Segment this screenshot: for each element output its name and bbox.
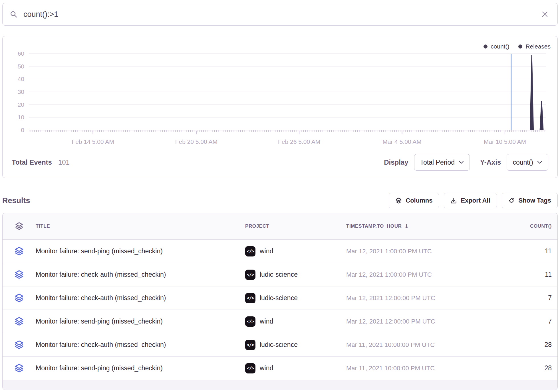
row-title-link[interactable]: Monitor failure: send-ping (missed_check… <box>36 364 245 372</box>
row-project-cell[interactable]: </>ludic-science <box>245 293 346 303</box>
row-timestamp: Mar 12, 2021 1:00:00 PM UTC <box>346 248 472 255</box>
column-header-timestamp[interactable]: TIMESTAMP.TO_HOUR↓ <box>346 223 472 230</box>
row-project-cell[interactable]: </>ludic-science <box>245 340 346 350</box>
row-title-link[interactable]: Monitor failure: check-auth (missed_chec… <box>36 294 245 302</box>
table-row: Monitor failure: check-auth (missed_chec… <box>3 263 557 286</box>
row-timestamp: Mar 11, 2021 10:00:00 PM UTC <box>346 341 472 349</box>
row-count: 28 <box>472 341 557 349</box>
row-count: 28 <box>472 364 557 372</box>
row-count: 11 <box>472 271 557 278</box>
events-chart[interactable]: 0102030405060Feb 14 5:00 AMFeb 20 5:00 A… <box>3 36 557 147</box>
row-title-link[interactable]: Monitor failure: check-auth (missed_chec… <box>36 341 245 349</box>
discover-page: count()Releases 0102030405060Feb 14 5:00… <box>0 0 560 390</box>
yaxis-dropdown[interactable]: count() <box>507 154 548 171</box>
table-body: Monitor failure: send-ping (missed_check… <box>3 240 557 380</box>
row-count: 7 <box>472 294 557 302</box>
svg-text:0: 0 <box>21 127 24 133</box>
row-project-cell[interactable]: </>wind <box>245 316 346 327</box>
column-header-count[interactable]: COUNT() <box>472 223 557 229</box>
legend-dot-icon <box>518 45 522 49</box>
display-label: Display <box>384 158 408 166</box>
row-icon-cell <box>3 293 36 303</box>
button-label: Columns <box>406 197 432 204</box>
column-header-label: PROJECT <box>245 223 269 229</box>
table-row: Monitor failure: send-ping (missed_check… <box>3 310 557 333</box>
yaxis-label: Y-Axis <box>480 158 501 166</box>
layers-icon <box>14 293 24 303</box>
row-project-cell[interactable]: </>wind <box>245 246 346 256</box>
search-icon <box>10 11 18 18</box>
events-chart-panel: count()Releases 0102030405060Feb 14 5:00… <box>2 36 558 178</box>
chart-legend: count()Releases <box>484 43 551 50</box>
row-icon-cell <box>3 363 36 373</box>
layers-icon <box>14 363 24 373</box>
layers-icon <box>14 270 24 280</box>
platform-code-icon: </> <box>245 340 255 350</box>
row-project-cell[interactable]: </>ludic-science <box>245 270 346 280</box>
row-title-link[interactable]: Monitor failure: check-auth (missed_chec… <box>36 271 245 278</box>
row-project-cell[interactable]: </>wind <box>245 363 346 373</box>
svg-text:30: 30 <box>18 88 24 95</box>
row-timestamp: Mar 12, 2021 12:00:00 PM UTC <box>346 294 472 302</box>
svg-text:Mar 4 5:00 AM: Mar 4 5:00 AM <box>382 138 422 145</box>
legend-item[interactable]: count() <box>484 43 509 50</box>
results-table: TITLEPROJECTTIMESTAMP.TO_HOUR↓COUNT() Mo… <box>2 213 558 390</box>
row-timestamp: Mar 12, 2021 12:00:00 PM UTC <box>346 318 472 325</box>
row-icon-cell <box>3 270 36 280</box>
search-input[interactable] <box>23 10 535 19</box>
row-title-link[interactable]: Monitor failure: send-ping (missed_check… <box>36 247 245 255</box>
row-timestamp: Mar 12, 2021 1:00:00 PM UTC <box>346 271 472 278</box>
display-dropdown-value: Total Period <box>420 159 455 166</box>
row-timestamp: Mar 11, 2021 10:00:00 PM UTC <box>346 365 472 372</box>
display-dropdown[interactable]: Total Period <box>414 154 470 171</box>
row-count: 11 <box>472 247 557 255</box>
results-title: Results <box>2 196 30 205</box>
button-label: Show Tags <box>519 197 551 204</box>
export-all-button[interactable]: Export All <box>444 193 497 208</box>
close-icon[interactable] <box>540 9 550 19</box>
project-name: wind <box>260 247 273 255</box>
row-icon-cell <box>3 340 36 350</box>
layers-icon <box>14 317 24 326</box>
layers-icon <box>395 197 402 204</box>
svg-text:50: 50 <box>18 63 24 70</box>
platform-code-icon: </> <box>245 246 255 256</box>
svg-text:Feb 14 5:00 AM: Feb 14 5:00 AM <box>72 138 114 145</box>
column-header-label: TIMESTAMP.TO_HOUR <box>346 223 402 229</box>
project-name: wind <box>260 364 273 372</box>
results-header: Results ColumnsExport AllShow Tags <box>2 193 558 208</box>
sort-desc-icon: ↓ <box>404 223 409 230</box>
project-name: ludic-science <box>260 341 298 349</box>
chart-footer: Total Events 101 Display Total Period Y-… <box>3 150 557 174</box>
column-header-title[interactable]: TITLE <box>36 223 245 229</box>
table-row: Monitor failure: send-ping (missed_check… <box>3 240 557 263</box>
svg-text:60: 60 <box>18 50 24 57</box>
table-header-row: TITLEPROJECTTIMESTAMP.TO_HOUR↓COUNT() <box>3 213 557 240</box>
table-row: Monitor failure: check-auth (missed_chec… <box>3 333 557 357</box>
svg-text:10: 10 <box>18 114 24 120</box>
column-header-project[interactable]: PROJECT <box>245 223 346 229</box>
svg-text:Feb 20 5:00 AM: Feb 20 5:00 AM <box>175 138 217 145</box>
platform-code-icon: </> <box>245 270 255 280</box>
platform-code-icon: </> <box>245 363 255 373</box>
layers-icon <box>15 222 23 231</box>
show-tags-button[interactable]: Show Tags <box>502 193 558 208</box>
row-icon-cell <box>3 246 36 256</box>
svg-text:20: 20 <box>18 101 24 108</box>
button-label: Export All <box>461 197 490 204</box>
results-buttons: ColumnsExport AllShow Tags <box>389 193 558 208</box>
row-icon-cell <box>3 317 36 326</box>
legend-dot-icon <box>484 45 488 49</box>
row-title-link[interactable]: Monitor failure: send-ping (missed_check… <box>36 318 245 325</box>
project-name: wind <box>260 318 273 325</box>
legend-item[interactable]: Releases <box>518 43 551 50</box>
row-count: 7 <box>472 318 557 325</box>
project-name: ludic-science <box>260 294 298 302</box>
svg-text:Feb 26 5:00 AM: Feb 26 5:00 AM <box>278 138 320 145</box>
table-row: Monitor failure: check-auth (missed_chec… <box>3 286 557 310</box>
total-events: Total Events 101 <box>12 158 70 166</box>
tag-icon <box>508 197 515 204</box>
columns-button[interactable]: Columns <box>389 193 439 208</box>
table-row: Monitor failure: send-ping (missed_check… <box>3 357 557 380</box>
yaxis-dropdown-value: count() <box>513 159 533 166</box>
